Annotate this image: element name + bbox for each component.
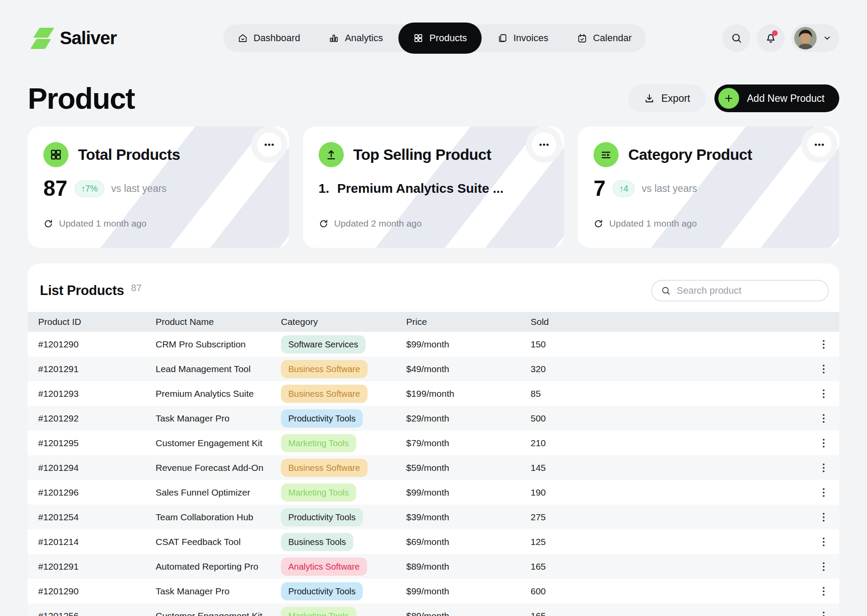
cell-product-id: #1201254	[28, 512, 156, 522]
nav-item-invoices[interactable]: Invoices	[484, 24, 561, 52]
brand-logo[interactable]: Saliver	[28, 26, 117, 51]
row-menu-button[interactable]	[819, 584, 828, 599]
row-menu-button[interactable]	[819, 460, 828, 476]
category-badge: Business Software	[281, 385, 368, 403]
cell-price: $199/month	[406, 389, 531, 399]
refresh-icon	[319, 219, 329, 229]
cell-price: $69/month	[406, 537, 531, 547]
cell-price: $99/month	[406, 487, 531, 498]
table-row: #1201290 Task Manager Pro Productivity T…	[28, 579, 839, 603]
kebab-icon	[822, 438, 825, 448]
cell-price: $89/month	[406, 611, 531, 616]
cell-product-id: #1201295	[28, 438, 156, 448]
invoice-icon	[497, 33, 508, 43]
ellipsis-icon	[814, 139, 825, 150]
nav-label: Invoices	[513, 32, 548, 44]
cell-price: $29/month	[406, 413, 531, 424]
cell-sold: 165	[531, 561, 806, 572]
stats-row: Total Products 87 ↑7% vs last years Upda…	[28, 126, 839, 248]
row-menu-button[interactable]	[819, 435, 828, 451]
delta-badge: ↑7%	[75, 180, 104, 197]
stat-updated-text: Updated 1 month ago	[609, 218, 697, 229]
nav-label: Products	[429, 32, 467, 44]
ellipsis-icon	[538, 139, 550, 150]
cell-product-id: #1201291	[28, 561, 156, 572]
cell-price: $39/month	[406, 512, 531, 522]
table-row: #1201296 Sales Funnel Optimizer Marketin…	[28, 480, 839, 505]
column-product-id: Product ID	[28, 317, 156, 327]
stat-updated-text: Updated 1 month ago	[59, 218, 147, 229]
table-row: #1201256 Customer Engagement Kit Marketi…	[28, 603, 839, 616]
cell-product-name: Automated Reporting Pro	[156, 561, 281, 572]
category-badge: Marketing Tools	[281, 483, 356, 502]
category-badge: Software Services	[281, 335, 365, 353]
cell-product-id: #1201290	[28, 339, 156, 350]
title-row: Product Export Add New Product	[28, 81, 839, 115]
card-menu-button[interactable]	[807, 133, 831, 157]
add-label: Add New Product	[747, 93, 825, 104]
category-badge: Marketing Tools	[281, 607, 356, 616]
card-menu-button[interactable]	[257, 133, 281, 157]
search-button[interactable]	[723, 24, 750, 52]
notifications-button[interactable]	[757, 24, 785, 52]
stat-title: Total Products	[78, 146, 180, 163]
grid-icon	[43, 142, 68, 167]
row-menu-button[interactable]	[819, 559, 828, 574]
cell-sold: 150	[531, 339, 806, 350]
export-button[interactable]: Export	[628, 84, 706, 112]
stat-card-category-product: Category Product 7 ↑4 vs last years Upda…	[578, 126, 839, 248]
nav-label: Calendar	[593, 32, 632, 44]
cell-product-id: #1201296	[28, 487, 156, 498]
table-row: #1201291 Lead Management Tool Business S…	[28, 357, 839, 381]
plus-icon	[718, 88, 739, 109]
cell-product-name: Team Collaboration Hub	[156, 512, 281, 522]
top-product-name: Premium Analytics Suite ...	[337, 181, 504, 196]
cell-product-name: Sales Funnel Optimizer	[156, 487, 281, 498]
kebab-icon	[822, 586, 825, 597]
page-title: Product	[28, 81, 134, 115]
row-menu-button[interactable]	[819, 361, 828, 377]
stat-value: 87	[43, 176, 68, 201]
search-icon	[730, 32, 743, 44]
cell-product-name: Lead Management Tool	[156, 364, 281, 374]
add-new-product-button[interactable]: Add New Product	[714, 84, 839, 112]
cell-price: $99/month	[406, 586, 531, 597]
row-menu-button[interactable]	[819, 509, 828, 525]
stat-note: vs last years	[642, 183, 697, 195]
row-menu-button[interactable]	[819, 608, 828, 616]
kebab-icon	[822, 537, 825, 547]
row-menu-button[interactable]	[819, 386, 828, 402]
cell-sold: 500	[531, 413, 806, 424]
nav-item-analytics[interactable]: Analytics	[316, 24, 396, 52]
cell-sold: 125	[531, 537, 806, 547]
stat-value: 7	[593, 176, 606, 201]
card-menu-button[interactable]	[532, 133, 556, 157]
cell-product-id: #1201291	[28, 364, 156, 374]
row-menu-button[interactable]	[819, 411, 828, 426]
table-header: Product ID Product Name Category Price S…	[28, 312, 839, 332]
home-icon	[238, 33, 248, 43]
cell-product-name: Customer Engagement Kit	[156, 611, 281, 616]
nav-item-calendar[interactable]: Calendar	[564, 24, 645, 52]
user-menu[interactable]	[791, 24, 839, 52]
cell-product-name: Revenue Forecast Add-On	[156, 463, 281, 473]
cell-product-id: #1201214	[28, 537, 156, 547]
stat-card-total-products: Total Products 87 ↑7% vs last years Upda…	[28, 126, 289, 248]
cell-product-name: Premium Analytics Suite	[156, 389, 281, 399]
column-category: Category	[281, 317, 406, 327]
row-menu-button[interactable]	[819, 485, 828, 500]
main-nav: Dashboard Analytics Products	[223, 24, 646, 52]
row-menu-button[interactable]	[819, 337, 828, 352]
nav-item-dashboard[interactable]: Dashboard	[225, 24, 313, 52]
category-badge: Productivity Tools	[281, 582, 363, 600]
table-row: #1201292 Task Manager Pro Productivity T…	[28, 406, 839, 431]
title-actions: Export Add New Product	[628, 84, 839, 112]
download-icon	[644, 93, 655, 104]
nav-item-products[interactable]: Products	[398, 23, 482, 54]
search-product-input[interactable]	[677, 285, 819, 296]
cell-product-name: Task Manager Pro	[156, 413, 281, 424]
row-menu-button[interactable]	[819, 534, 828, 550]
brand-name: Saliver	[60, 28, 117, 49]
list-products-card: List Products 87 Product ID Product Name…	[28, 263, 839, 616]
avatar	[794, 27, 817, 49]
